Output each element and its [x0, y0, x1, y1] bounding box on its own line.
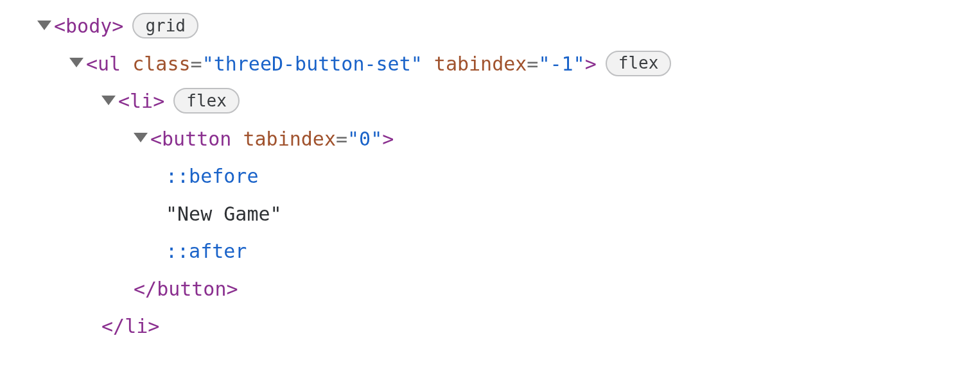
angle-open: <	[150, 128, 162, 150]
attr-name-tabindex: tabindex	[434, 53, 527, 75]
angle-close: >	[153, 90, 164, 112]
angle-open: <	[118, 90, 130, 112]
angle-open: <	[86, 53, 98, 75]
attr-val-tabindex: "0"	[347, 128, 382, 150]
tag-name-body: body	[66, 15, 112, 37]
button-open-tag[interactable]: <button tabindex="0">	[150, 121, 394, 158]
attr-eq: =	[527, 53, 538, 75]
tree-row-ul[interactable]: <ul class="threeD-button-set" tabindex="…	[0, 46, 980, 83]
attr-name-class: class	[132, 53, 190, 75]
attr-eq: =	[191, 53, 202, 75]
tree-row-button-close[interactable]: </button>	[0, 271, 980, 309]
layout-badge-grid[interactable]: grid	[132, 13, 198, 38]
tree-row-text-node[interactable]: "New Game"	[0, 196, 980, 233]
tree-row-button[interactable]: <button tabindex="0">	[0, 121, 980, 158]
chevron-down-icon[interactable]	[37, 21, 51, 30]
dom-tree[interactable]: <body> grid <ul class="threeD-button-set…	[0, 0, 980, 346]
pseudo-before: ::before	[166, 158, 259, 196]
attr-eq: =	[336, 128, 347, 150]
tag-name-button: button	[157, 278, 226, 300]
pseudo-after: ::after	[166, 233, 247, 271]
angle-close: >	[382, 128, 394, 150]
chevron-down-icon[interactable]	[101, 96, 116, 105]
tree-row-li-close[interactable]: </li>	[0, 308, 980, 346]
tree-row-body[interactable]: <body> grid	[0, 8, 980, 46]
layout-badge-flex[interactable]: flex	[173, 88, 240, 114]
ul-open-tag[interactable]: <ul class="threeD-button-set" tabindex="…	[86, 46, 597, 83]
layout-badge-flex[interactable]: flex	[606, 51, 672, 76]
tree-row-li[interactable]: <li> flex	[0, 83, 980, 121]
attr-val-tabindex: "-1"	[538, 53, 584, 75]
chevron-down-icon[interactable]	[134, 133, 148, 142]
angle-open-close: </	[134, 278, 157, 300]
attr-val-class: "threeD-button-set"	[202, 53, 423, 75]
angle-open-close: </	[101, 315, 125, 337]
angle-open: <	[54, 15, 66, 37]
angle-close: >	[585, 53, 597, 75]
angle-close: >	[227, 278, 238, 300]
tree-row-pseudo-before[interactable]: ::before	[0, 158, 980, 196]
li-open-tag[interactable]: <li>	[118, 83, 164, 121]
tag-name-li: li	[125, 315, 148, 337]
button-close-tag: </button>	[134, 271, 238, 309]
tag-name-ul: ul	[98, 53, 121, 75]
text-node: "New Game"	[166, 196, 282, 233]
chevron-down-icon[interactable]	[69, 58, 83, 67]
li-close-tag: </li>	[101, 308, 159, 346]
angle-close: >	[148, 315, 159, 337]
angle-close: >	[112, 15, 123, 37]
tag-name-li: li	[130, 90, 153, 112]
tree-row-pseudo-after[interactable]: ::after	[0, 233, 980, 271]
attr-name-tabindex: tabindex	[243, 128, 337, 150]
body-open-tag[interactable]: <body>	[54, 8, 123, 46]
tag-name-button: button	[162, 128, 231, 150]
